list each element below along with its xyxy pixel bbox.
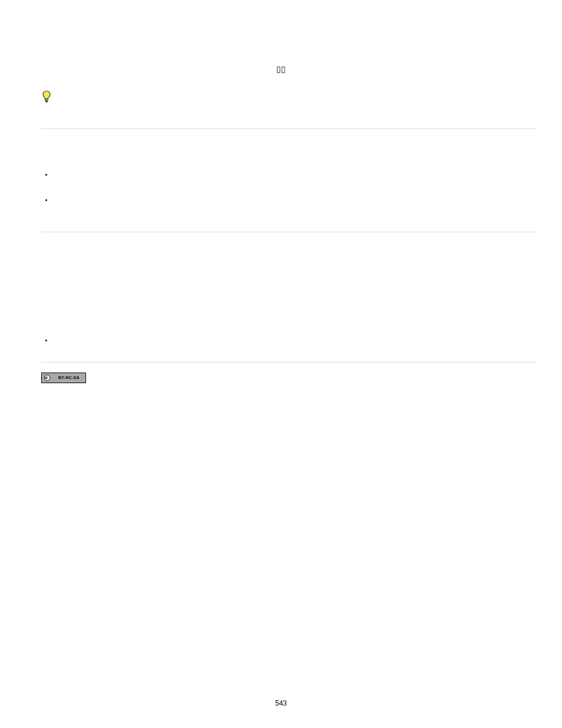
- document-page: ▯▯ BY-NC-SA 543: [0, 0, 562, 728]
- cc-license-label: BY-NC-SA: [52, 373, 85, 383]
- bullet-list: [41, 172, 53, 203]
- cc-license-badge: BY-NC-SA: [41, 373, 86, 383]
- cc-logo-icon: [42, 373, 52, 383]
- lightbulb-icon: [41, 90, 52, 103]
- header-symbol: ▯▯: [0, 64, 562, 74]
- bullet-list: [41, 337, 53, 343]
- divider: [41, 232, 535, 232]
- svg-rect-2: [46, 101, 48, 102]
- page-number: 543: [0, 699, 562, 707]
- svg-rect-0: [45, 99, 48, 100]
- divider: [41, 362, 535, 363]
- divider: [41, 129, 535, 129]
